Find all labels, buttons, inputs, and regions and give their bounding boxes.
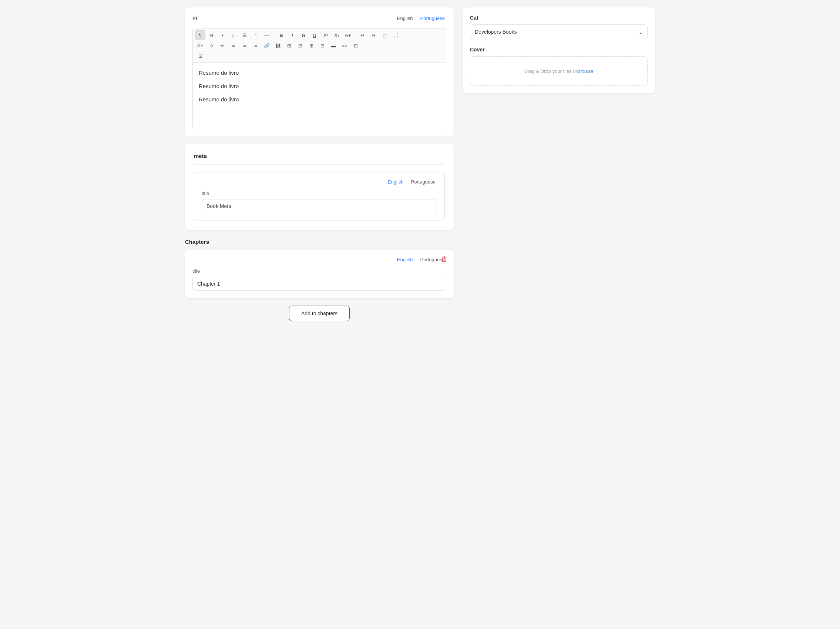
editor-lang-portuguese[interactable]: Portuguese [419,15,447,22]
editor-content[interactable]: Resumo do livro Resumo do livro Resumo d… [193,63,446,129]
toolbar-font-size[interactable]: A+ [343,30,353,40]
chapters-title: Chapters [185,239,454,245]
toolbar-block[interactable]: ▬ [328,41,339,50]
chapter-lang-english[interactable]: English [396,256,414,263]
meta-title-input[interactable] [202,199,437,213]
meta-inner: English Portuguese title [194,172,445,221]
toolbar-eraser[interactable]: ◻ [379,30,390,40]
toolbar-divider-2 [355,32,355,39]
toolbar-link[interactable]: 🔗 [262,41,272,50]
toolbar-row-1: ¶ H • 1. ☰ " — B I S U X² X₂ A+ ↩ [195,30,444,40]
toolbar-paragraph[interactable]: ¶ [195,30,205,40]
toolbar-row-2: A+ ☺ ✏ ≡ ≡ ≡ 🔗 🖼 ⊞ ⊟ ⊞ ⊟ ▬ <> ⊡ [195,41,444,50]
toolbar-strikethrough[interactable]: S [298,30,309,40]
toolbar-font-size-2[interactable]: A+ [195,41,205,50]
chapter-lang-tabs: English Portuguese [193,256,446,263]
cat-select-wrapper: Developers Books Fiction Non-Fiction Sci… [470,24,647,39]
toolbar-image[interactable]: 🖼 [273,41,283,50]
toolbar-align-left[interactable]: ≡ [228,41,239,50]
toolbar-blockquote[interactable]: " [251,30,261,40]
chapter-delete-button[interactable]: 🗑 [441,255,448,263]
toolbar-checklist[interactable]: ☰ [239,30,250,40]
toolbar-ordered-list[interactable]: 1. [228,30,239,40]
cover-label: Cover [470,47,647,52]
toolbar-extra[interactable]: ⊡ [195,51,205,61]
toolbar-heading[interactable]: H [206,30,216,40]
toolbar-align-center[interactable]: ≡ [239,41,250,50]
editor-lang-tabs: English Portuguese [396,15,446,22]
editor-pt-label: Pt [193,16,197,21]
add-chapters-button[interactable]: Add to chapters [289,306,350,321]
meta-section-title: meta [194,153,445,165]
toolbar-code[interactable]: <> [339,41,350,50]
editor-card: Pt English Portuguese ¶ H • 1. ☰ " — B [185,7,454,137]
cover-dropzone[interactable]: Drag & Drop your files or Browse [470,56,647,86]
editor-lang-english[interactable]: English [396,15,414,22]
meta-title-label: title [202,191,437,196]
meta-lang-english[interactable]: English [386,178,405,185]
editor-toolbar: ¶ H • 1. ☰ " — B I S U X² X₂ A+ ↩ [193,28,446,63]
cat-select[interactable]: Developers Books Fiction Non-Fiction Sci… [470,24,647,39]
toolbar-table-2[interactable]: ⊟ [295,41,305,50]
meta-lang-portuguese[interactable]: Portuguese [410,178,437,185]
editor-line-2: Resumo do livro [199,82,440,91]
toolbar-superscript[interactable]: X² [321,30,331,40]
chapter-title-label: title [193,268,446,274]
toolbar-bold[interactable]: B [276,30,286,40]
toolbar-grid[interactable]: ⊞ [306,41,316,50]
browse-link[interactable]: Browse [577,68,593,74]
toolbar-bullet-list[interactable]: • [217,30,227,40]
toolbar-table[interactable]: ⊞ [284,41,294,50]
right-card: Cat Developers Books Fiction Non-Fiction… [463,7,655,93]
chapter-card-0: 🗑 English Portuguese title [185,250,454,298]
toolbar-redo[interactable]: ↪ [368,30,379,40]
toolbar-subscript[interactable]: X₂ [332,30,342,40]
cat-label: Cat [470,15,647,21]
toolbar-divider-1 [274,32,274,39]
editor-line-1: Resumo do livro [199,68,440,77]
meta-lang-tabs: English Portuguese [202,178,437,185]
toolbar-grid-2[interactable]: ⊟ [317,41,327,50]
toolbar-undo[interactable]: ↩ [357,30,368,40]
toolbar-emoji[interactable]: ☺ [206,41,216,50]
meta-card: meta English Portuguese title [185,144,454,230]
toolbar-align-right[interactable]: ≡ [251,41,261,50]
toolbar-hr[interactable]: — [262,30,272,40]
editor-line-3: Resumo do livro [199,95,440,104]
chapters-section: Chapters 🗑 English Portuguese title Add … [185,239,454,321]
dropzone-text: Drag & Drop your files or [524,68,577,74]
toolbar-underline[interactable]: U [309,30,320,40]
chapter-title-input[interactable] [193,277,446,291]
toolbar-highlight[interactable]: ✏ [217,41,227,50]
toolbar-embed[interactable]: ⊡ [351,41,361,50]
toolbar-row-3: ⊡ [195,51,444,61]
toolbar-italic[interactable]: I [287,30,297,40]
toolbar-fullscreen[interactable]: ⛶ [390,30,401,40]
